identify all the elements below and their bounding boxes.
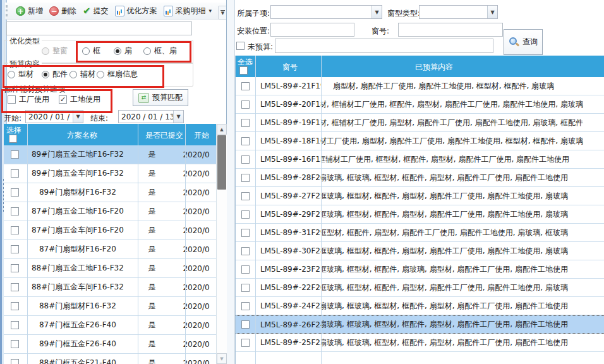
plan-row[interactable]: 88#门扇五金车间F16-F32是2020/0	[4, 278, 216, 297]
row-checkbox[interactable]	[11, 321, 19, 329]
row-checkbox[interactable]	[241, 155, 250, 164]
plan-row[interactable]: 89#门扇五金车间F16-F32是2020/0	[4, 164, 216, 183]
plan-row[interactable]: 89#门扇五金工地F16-F32是2020/0	[4, 145, 216, 164]
row-checkbox[interactable]	[241, 119, 250, 127]
chevron-down-icon[interactable]: ▼	[173, 111, 183, 123]
plan-row[interactable]: 87#门扇五金工地F16-F20是2020/0	[4, 202, 216, 221]
radio-option-sash[interactable]: 扇	[114, 46, 132, 56]
scrollbar-down-button[interactable]: ▼	[217, 353, 227, 364]
row-checkbox[interactable]	[241, 174, 250, 182]
row-checkbox[interactable]	[11, 359, 19, 364]
row-checkbox[interactable]	[11, 169, 19, 178]
install-position-input[interactable]	[270, 23, 354, 37]
row-checkbox[interactable]	[241, 247, 250, 255]
plan-row[interactable]: 89#门扇型材F16-F32是2020/0	[4, 183, 216, 202]
window-row[interactable]: LM5L-89#-26F24扇玻璃, 框玻璃, 框型材, 框配件, 扇型材, 扇…	[235, 315, 604, 334]
row-checkbox[interactable]	[11, 302, 19, 310]
row-checkbox[interactable]	[11, 340, 19, 348]
row-checkbox[interactable]	[11, 207, 19, 215]
window-row[interactable]: LM5L-89#-27F25框玻璃, 框型材, 框配件, 扇型材, 扇配件工厂使…	[235, 187, 604, 205]
window-no-input[interactable]	[398, 23, 503, 37]
row-checkbox[interactable]	[11, 150, 19, 159]
radio-option-frame[interactable]: 框	[82, 46, 100, 56]
select-all-checkbox[interactable]	[239, 66, 248, 75]
radio-option-frame-sash[interactable]: 框、扇	[143, 46, 177, 56]
row-checkbox[interactable]	[11, 226, 19, 234]
row-checkbox[interactable]	[241, 137, 250, 145]
window-type-select[interactable]: ▼	[419, 5, 498, 19]
checkbox-option-site-use[interactable]: ✓工地使用	[59, 94, 100, 105]
row-checkbox[interactable]	[241, 320, 250, 329]
select-all-checkbox[interactable]	[9, 135, 17, 143]
radio-option-frame-sash-info[interactable]: 框扇信息	[97, 69, 138, 80]
radio-icon	[42, 47, 49, 55]
window-row[interactable]: LM5L-89#-24F22扇玻璃, 框玻璃, 框型材, 框配件, 扇型材, 扇…	[235, 297, 604, 315]
radio-option-profile[interactable]: 型材	[8, 69, 33, 80]
row-checkbox[interactable]	[241, 100, 250, 109]
plan-row[interactable]: 87#门框五金F26-F40是2020/0	[4, 316, 216, 335]
start-date-cell: 2020/0	[174, 202, 216, 221]
toolbar-button-optimize-plan[interactable]: 优化方案	[112, 4, 160, 18]
plan-row[interactable]: 88#门扇五金工地F16-F32是2020/0	[4, 259, 216, 278]
toolbar-button-label: 提交	[94, 6, 109, 16]
plan-row[interactable]: 88#门扇型材F16-F32是2020/0	[4, 297, 216, 316]
row-checkbox[interactable]	[11, 188, 19, 197]
chevron-down-icon[interactable]: ▼	[487, 6, 497, 18]
window-row[interactable]: LM5L-89#-28F26扇玻璃, 框玻璃, 框型材, 框配件, 扇型材, 扇…	[235, 169, 604, 187]
window-no-cell: LM5L-89#-31F29	[255, 224, 321, 241]
window-row[interactable]: LM5L-89#-23F21框玻璃, 框型材, 框配件, 扇玻璃, 扇型材, 扇…	[235, 260, 604, 279]
panel-splitter[interactable]	[226, 0, 235, 364]
plan-filter-input[interactable]	[6, 21, 192, 35]
radio-option-accessory[interactable]: 配件	[42, 69, 68, 80]
sub-item-value	[271, 6, 371, 18]
row-checkbox[interactable]	[241, 284, 250, 292]
no-budget-checkbox[interactable]	[236, 42, 245, 50]
toolbar-button-check[interactable]: ✔提交	[80, 4, 112, 18]
window-row-select-cell	[235, 187, 255, 205]
sub-item-select[interactable]: ▼	[270, 5, 382, 19]
window-row[interactable]: LM5L-89#-20F18框型材, 框辅材工厂使用, 框配件, 扇型材, 扇配…	[235, 95, 604, 114]
window-no-cell: LM5L-89#-30F28	[255, 242, 321, 260]
query-button[interactable]: 查询	[504, 29, 543, 55]
toolbar-button-add[interactable]: +新增	[13, 4, 46, 18]
window-row[interactable]: LM5L-89#-30F28框玻璃, 框型材, 框配件, 扇型材, 扇配件工厂使…	[235, 242, 604, 260]
chevron-down-icon[interactable]: ▼	[371, 6, 382, 18]
row-checkbox[interactable]	[241, 265, 250, 274]
row-checkbox[interactable]	[11, 283, 19, 291]
window-row[interactable]: LM5L-89#-22F20框玻璃, 框型材, 框配件, 扇型材, 扇配件工厂使…	[235, 279, 604, 297]
plan-row[interactable]: 87#门扇五金车间F16-F20是2020/0	[4, 221, 216, 240]
start-date-picker[interactable]: 2020 / 01 / 1 ▼	[25, 110, 83, 123]
row-checkbox[interactable]	[241, 192, 250, 200]
chevron-down-icon[interactable]: ▼	[73, 111, 83, 123]
scrollbar-up-button[interactable]: ▲	[217, 124, 227, 135]
budget-content-cell: 扇型材, 扇配件工厂使用, 扇配件工地使用, 框型材, 框配件, 扇玻璃	[321, 77, 604, 95]
plan-row[interactable]: 87#门扇型材F16-F20是2020/0	[4, 240, 216, 259]
row-checkbox[interactable]	[11, 245, 19, 253]
plan-name-cell: 87#门扇五金车间F16-F20	[26, 221, 130, 240]
row-checkbox[interactable]	[241, 339, 250, 347]
window-row[interactable]: LM5L-89#-21F19扇型材, 扇配件工厂使用, 扇配件工地使用, 框型材…	[235, 77, 604, 95]
plan-table-scrollbar[interactable]: ▲ ▼	[216, 124, 227, 364]
row-checkbox[interactable]	[241, 302, 250, 310]
window-row-select-cell	[235, 279, 255, 296]
toolbar-button-remove[interactable]: −删除	[46, 4, 80, 18]
window-row[interactable]: LM5L-89#-31F29框型材, 框配件, 扇型材, 扇配件工厂使用, 扇配…	[235, 224, 604, 242]
plan-row[interactable]: 89#门框五金F26-F40是2020/0	[4, 335, 216, 354]
plan-row[interactable]: 88#门框五金F21-F40是2020/0	[4, 354, 216, 364]
toolbar-button-purchase-detail[interactable]: 采购明细▾	[160, 4, 215, 18]
radio-option-auxiliary[interactable]: 辅材	[69, 69, 95, 80]
window-row[interactable]: LM5L-89#-25F23扇玻璃, 框玻璃, 框型材, 框配件, 扇型材, 扇…	[235, 334, 604, 352]
row-checkbox[interactable]	[241, 210, 250, 219]
row-checkbox[interactable]	[241, 229, 250, 237]
end-date-picker[interactable]: 2020 / 01 / 13 ▼	[118, 110, 184, 123]
window-row[interactable]: LM5L-89#-18F16框辅材工厂使用, 扇型材, 扇配件工厂使用, 扇配件…	[235, 132, 604, 150]
no-budget-input[interactable]	[275, 39, 493, 53]
window-row[interactable]: LM5L-89#-16F15框辅材工厂使用, 框型材, 框配件, 扇型材, 扇配…	[235, 150, 604, 169]
row-checkbox[interactable]	[241, 82, 250, 90]
row-checkbox[interactable]	[11, 264, 19, 272]
window-row[interactable]: LM5L-89#-29F27框玻璃, 框型材, 框配件, 扇型材, 扇配件工厂使…	[235, 205, 604, 224]
window-row[interactable]: LM5L-89#-19F17框型材, 框辅材工厂使用, 扇型材, 扇配件工厂使用…	[235, 114, 604, 132]
checkbox-option-factory-use[interactable]: 工厂使用	[8, 94, 49, 105]
budget-match-button[interactable]: ⇄ 预算匹配	[133, 89, 188, 106]
scrollbar-thumb[interactable]	[217, 135, 226, 190]
